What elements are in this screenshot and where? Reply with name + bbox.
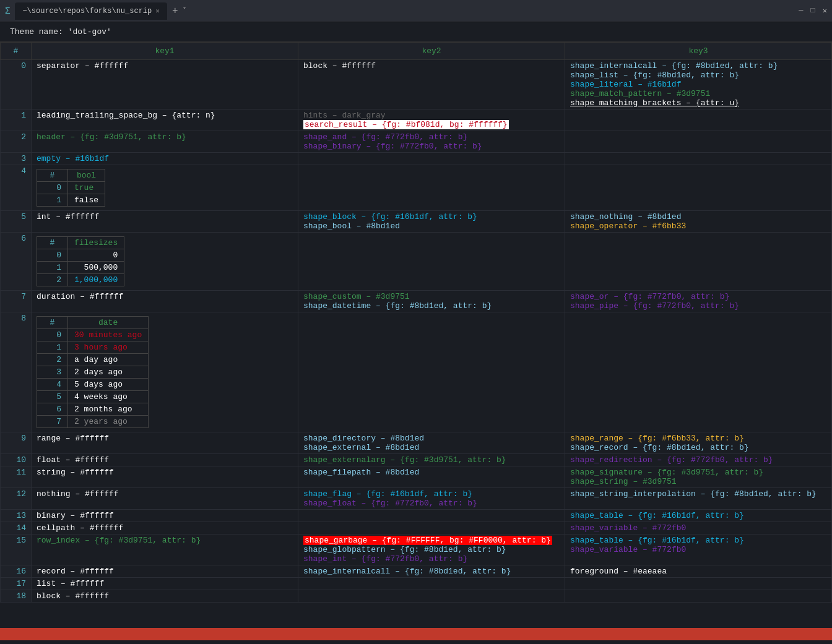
- row-key3: [565, 153, 832, 165]
- row-key1: cellpath – #ffffff: [32, 522, 298, 535]
- minimize-button[interactable]: —: [799, 6, 803, 15]
- row-index: 15: [1, 535, 32, 565]
- row-key3: shape_table – {fg: #16b1df, attr: b}: [565, 510, 832, 522]
- table-row: 1 500,000: [37, 262, 124, 274]
- table-row: 1 3 hours ago: [37, 341, 149, 354]
- table-row: 6 # filesizes 0 0: [1, 233, 832, 291]
- row-index: 6: [1, 233, 32, 291]
- table-row: 0 separator – #ffffff block – #ffffff sh…: [1, 60, 832, 109]
- table-row: 0 0: [37, 249, 124, 262]
- table-row: 2 a day ago: [37, 354, 149, 366]
- row-index: 5: [1, 211, 32, 233]
- row-key1: range – #ffffff: [32, 432, 298, 454]
- nested-value: 2 months ago: [68, 403, 149, 416]
- nested-value: 3 hours ago: [68, 341, 149, 354]
- app-icon: Σ: [5, 6, 10, 16]
- nested-col-date: date: [68, 317, 149, 329]
- row-key2: [298, 312, 565, 432]
- table-row: 15 row_index – {fg: #3d9751, attr: b} sh…: [1, 535, 832, 565]
- row-key1: nothing – #ffffff: [32, 488, 298, 510]
- nested-index: 7: [37, 416, 68, 428]
- restore-button[interactable]: □: [811, 6, 815, 15]
- table-row: 4 # bool 0 true: [1, 165, 832, 211]
- active-tab[interactable]: ~\source\repos\forks\nu_scrip ✕: [15, 2, 167, 20]
- row-key1: row_index – {fg: #3d9751, attr: b}: [32, 535, 298, 565]
- row-key2: [298, 590, 565, 603]
- row-key2: shape_externalarg – {fg: #3d9751, attr: …: [298, 454, 565, 466]
- nested-index: 2: [37, 274, 68, 286]
- row-key3: [565, 109, 832, 131]
- nested-index: 5: [37, 391, 68, 403]
- row-key1: record – #ffffff: [32, 565, 298, 578]
- table-row: 11 string – #ffffff shape_filepath – #8b…: [1, 466, 832, 488]
- row-key3: [565, 131, 832, 153]
- row-key1: duration – #ffffff: [32, 291, 298, 312]
- new-tab-button[interactable]: +: [172, 6, 178, 17]
- row-key3: [565, 590, 832, 603]
- table-row: 7 2 years ago: [37, 416, 149, 428]
- row-key1: binary – #ffffff: [32, 510, 298, 522]
- nested-value: 4 weeks ago: [68, 391, 149, 403]
- nested-col-index: #: [37, 170, 68, 182]
- tab-dropdown-button[interactable]: ˅: [183, 6, 186, 15]
- row-index: 13: [1, 510, 32, 522]
- row-key2: shape_directory – #8bd1ed shape_external…: [298, 432, 565, 454]
- row-key2: shape_and – {fg: #772fb0, attr: b} shape…: [298, 131, 565, 153]
- table-row: 4 5 days ago: [37, 379, 149, 391]
- row-index: 12: [1, 488, 32, 510]
- table-row: 3 2 days ago: [37, 366, 149, 379]
- table-row: 12 nothing – #ffffff shape_flag – {fg: #…: [1, 488, 832, 510]
- row-key3: [565, 165, 832, 211]
- row-key2: hints – dark_gray search_result – {fg: #…: [298, 109, 565, 131]
- row-key3: shape_range – {fg: #f6bb33, attr: b} sha…: [565, 432, 832, 454]
- table-row: 18 block – #ffffff: [1, 590, 832, 603]
- nested-col-filesizes: filesizes: [68, 237, 124, 249]
- row-key1: list – #ffffff: [32, 578, 298, 590]
- nested-col-index: #: [37, 237, 68, 249]
- tab-close-button[interactable]: ✕: [155, 7, 160, 15]
- nested-index: 0: [37, 182, 68, 194]
- table-row: 2 header – {fg: #3d9751, attr: b} shape_…: [1, 131, 832, 153]
- row-key2: [298, 578, 565, 590]
- row-key1: # bool 0 true 1 false: [32, 165, 298, 211]
- table-row: 14 cellpath – #ffffff shape_variable – #…: [1, 522, 832, 535]
- row-index: 3: [1, 153, 32, 165]
- row-key2: [298, 522, 565, 535]
- row-key3: shape_string_interpolation – {fg: #8bd1e…: [565, 488, 832, 510]
- nested-value: false: [68, 194, 105, 207]
- close-window-button[interactable]: ✕: [823, 6, 827, 15]
- row-key3: shape_nothing – #8bd1ed shape_operator –…: [565, 211, 832, 233]
- row-index: 10: [1, 454, 32, 466]
- table-row: 10 float – #ffffff shape_externalarg – {…: [1, 454, 832, 466]
- row-key3: [565, 312, 832, 432]
- table-row: 0 30 minutes ago: [37, 329, 149, 341]
- col1-header: key1: [32, 43, 298, 60]
- row-key1: float – #ffffff: [32, 454, 298, 466]
- title-bar: Σ ~\source\repos\forks\nu_scrip ✕ + ˅ — …: [0, 0, 832, 22]
- row-key2: [298, 165, 565, 211]
- row-key1: header – {fg: #3d9751, attr: b}: [32, 131, 298, 153]
- row-key3: [565, 578, 832, 590]
- row-key2: shape_custom – #3d9751 shape_datetime – …: [298, 291, 565, 312]
- row-key1: empty – #16b1df: [32, 153, 298, 165]
- nested-index: 1: [37, 262, 68, 274]
- row-key2: [298, 510, 565, 522]
- nested-value: true: [68, 182, 105, 194]
- nested-value: 1,000,000: [68, 274, 124, 286]
- table-row: 7 duration – #ffffff shape_custom – #3d9…: [1, 291, 832, 312]
- nested-index: 1: [37, 341, 68, 354]
- data-table: # key1 key2 key3 0 separator – #ffffff b…: [0, 42, 832, 603]
- table-row: 8 # date 0 30 minutes ago: [1, 312, 832, 432]
- table-row: 9 range – #ffffff shape_directory – #8bd…: [1, 432, 832, 454]
- nested-col-bool: bool: [68, 170, 105, 182]
- row-index: 16: [1, 565, 32, 578]
- nested-index: 0: [37, 329, 68, 341]
- row-key2: [298, 153, 565, 165]
- table-row: 2 1,000,000: [37, 274, 124, 286]
- window-controls: — □ ✕: [799, 6, 827, 15]
- row-key1: # date 0 30 minutes ago 1 3 hours: [32, 312, 298, 432]
- row-key1: string – #ffffff: [32, 466, 298, 488]
- table-row: 1 false: [37, 194, 105, 207]
- nested-value: 2 days ago: [68, 366, 149, 379]
- row-key3: shape_internalcall – {fg: #8bd1ed, attr:…: [565, 60, 832, 109]
